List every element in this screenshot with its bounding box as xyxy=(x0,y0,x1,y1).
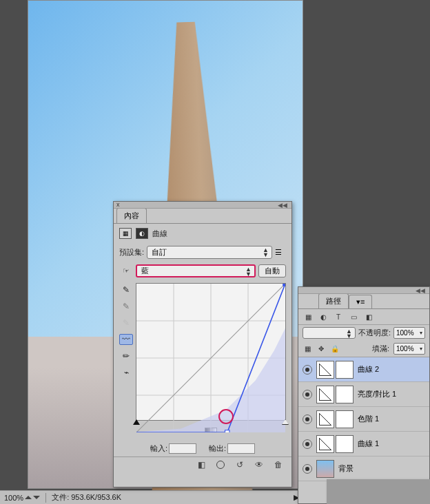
clip-to-layer-icon[interactable]: ◧ xyxy=(195,460,207,470)
adjustment-thumb-icon xyxy=(316,435,334,453)
filter-adjust-icon[interactable]: ◐ xyxy=(318,312,329,322)
curves-graph[interactable] xyxy=(136,283,286,421)
curves-tool-column: ✎ ✎ ✎ 〰 ✏ ⌁ xyxy=(119,283,133,435)
channel-select[interactable]: 藍 ▲▼ xyxy=(136,264,256,277)
highlighted-control-point xyxy=(218,409,234,424)
visibility-toggle-icon[interactable] xyxy=(303,414,312,424)
layer-row[interactable]: 亮度/對比 1 xyxy=(298,382,429,407)
layer-list: 曲線 2 亮度/對比 1 色階 1 曲線 1 背景 xyxy=(298,357,429,481)
layers-collapse-icon[interactable]: ◀◀ xyxy=(416,287,425,294)
filter-pixel-icon[interactable]: ▦ xyxy=(303,312,314,322)
panel-collapse-icon[interactable]: ◀◀ xyxy=(278,202,287,209)
adjustment-thumb-icon xyxy=(316,386,334,403)
mask-thumb-icon xyxy=(336,361,354,379)
view-previous-icon[interactable] xyxy=(214,460,227,470)
layer-row[interactable]: 曲線 1 xyxy=(298,432,429,456)
point-curve-tool-icon[interactable]: 〰 xyxy=(119,334,133,345)
zoom-up-icon[interactable] xyxy=(25,496,32,499)
curve-input-field[interactable] xyxy=(169,443,196,454)
channel-value: 藍 xyxy=(141,266,149,276)
fill-value: 100% xyxy=(396,345,414,353)
mask-icon[interactable]: ◐ xyxy=(136,228,148,239)
layer-name[interactable]: 曲線 1 xyxy=(358,439,425,449)
layer-name[interactable]: 背景 xyxy=(338,463,425,474)
output-label: 輸出: xyxy=(209,443,226,454)
floating-panel[interactable] xyxy=(327,479,430,504)
adjustment-type-icon[interactable]: ▦ xyxy=(119,228,132,239)
lock-position-icon[interactable]: ✥ xyxy=(316,344,326,354)
toggle-visibility-icon[interactable]: 👁 xyxy=(253,460,265,470)
pencil-curve-tool-icon[interactable]: ✏ xyxy=(119,350,133,361)
adjustment-title: 曲線 xyxy=(152,229,167,239)
mask-thumb-icon xyxy=(336,410,354,428)
zoom-value: 100% xyxy=(4,494,23,502)
filter-type-icon[interactable]: T xyxy=(333,312,344,322)
preset-menu-icon[interactable]: ☰ xyxy=(275,248,286,257)
opacity-label: 不透明度: xyxy=(358,328,391,338)
auto-button[interactable]: 自動 xyxy=(258,264,286,277)
filter-shape-icon[interactable]: ▭ xyxy=(348,312,359,322)
layer-name[interactable]: 亮度/對比 1 xyxy=(358,389,425,399)
mask-thumb-icon xyxy=(336,386,354,403)
filesize-label: 文件: 953.6K/953.6K xyxy=(52,492,121,503)
properties-tab[interactable]: 內容 xyxy=(116,208,147,223)
layer-row[interactable]: 色階 1 xyxy=(298,407,429,432)
fill-field[interactable]: 100% ▾ xyxy=(393,343,425,355)
layer-name[interactable]: 色階 1 xyxy=(358,414,425,424)
reset-icon[interactable]: ↺ xyxy=(234,460,246,470)
adjustment-thumb-icon xyxy=(316,361,334,379)
panel-close-icon[interactable]: x xyxy=(116,201,120,208)
svg-rect-8 xyxy=(283,284,285,286)
preset-label: 預設集: xyxy=(119,247,144,258)
input-label: 輸入: xyxy=(150,443,167,454)
layer-row[interactable]: 背景 xyxy=(298,456,429,481)
black-eyedropper-icon[interactable]: ✎ xyxy=(119,284,133,295)
adjustment-thumb-icon xyxy=(316,410,334,428)
layers-menu-icon[interactable]: ▾≡ xyxy=(349,295,372,308)
panel-titlebar[interactable]: x ◀◀ xyxy=(114,202,291,209)
visibility-toggle-icon[interactable] xyxy=(303,439,312,449)
opacity-value: 100% xyxy=(396,329,414,337)
properties-tab-bar: 內容 xyxy=(114,209,291,224)
layers-titlebar[interactable]: ◀◀ xyxy=(298,287,429,294)
gray-eyedropper-icon[interactable]: ✎ xyxy=(119,301,133,312)
lock-pixels-icon[interactable]: ▦ xyxy=(303,344,312,354)
layer-row[interactable]: 曲線 2 xyxy=(298,357,429,382)
properties-panel: x ◀◀ 內容 ▦ ◐ 曲線 預設集: 自訂 ▲▼ ☰ ☞ 藍 ▲▼ 自動 ✎ … xyxy=(113,201,292,487)
opacity-field[interactable]: 100% ▾ xyxy=(393,327,425,339)
smooth-curve-tool-icon[interactable]: ⌁ xyxy=(119,367,133,378)
lock-all-icon[interactable]: 🔒 xyxy=(330,344,340,354)
paths-tab[interactable]: 路徑 xyxy=(318,293,349,308)
image-thumb-icon xyxy=(316,460,334,478)
status-bar: 100% 文件: 953.6K/953.6K ▶ xyxy=(0,490,303,504)
visibility-toggle-icon[interactable] xyxy=(303,464,312,474)
preset-value: 自訂 xyxy=(152,247,167,258)
delete-adjustment-icon[interactable]: 🗑 xyxy=(272,460,285,470)
curve-output-field[interactable] xyxy=(227,443,255,454)
mask-thumb-icon xyxy=(336,435,354,453)
auto-button-label: 自動 xyxy=(265,266,280,276)
zoom-down-icon[interactable] xyxy=(33,496,40,499)
svg-rect-7 xyxy=(225,430,229,432)
filter-smart-icon[interactable]: ◧ xyxy=(363,312,374,322)
on-image-adjust-icon[interactable]: ☞ xyxy=(119,266,133,275)
fill-label: 填滿: xyxy=(372,344,389,354)
white-eyedropper-icon[interactable]: ✎ xyxy=(119,317,133,328)
blend-mode-select[interactable]: ▲▼ xyxy=(303,327,356,339)
preset-select[interactable]: 自訂 ▲▼ xyxy=(147,246,272,259)
layers-panel: ◀◀ 路徑 ▾≡ ▦ ◐ T ▭ ◧ ▲▼ 不透明度: 100% ▾ ▦ ✥ 🔒… xyxy=(298,286,430,504)
zoom-control[interactable]: 100% xyxy=(4,494,40,502)
visibility-toggle-icon[interactable] xyxy=(303,390,312,399)
visibility-toggle-icon[interactable] xyxy=(303,365,312,375)
layer-name[interactable]: 曲線 2 xyxy=(358,364,425,375)
